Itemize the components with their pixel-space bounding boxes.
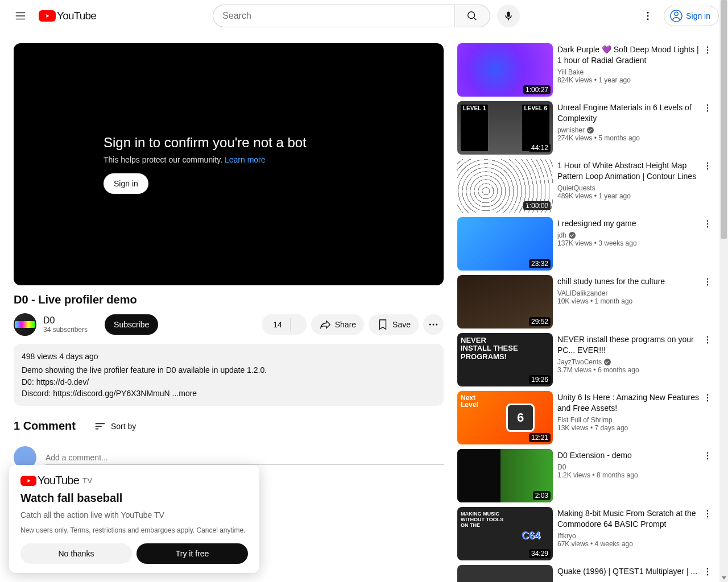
promo-fineprint: New users only. Terms, restrictions and …	[20, 526, 248, 534]
player-message-title: Sign in to confirm you're not a bot	[104, 135, 354, 151]
menu-icon[interactable]	[9, 5, 32, 27]
recommended-meta: Unreal Engine Materials in 6 Levels of C…	[557, 101, 714, 155]
recommended-channel[interactable]: JayzTwoCents	[557, 358, 701, 366]
recommended-thumbnail[interactable]	[457, 565, 553, 582]
svg-marker-48	[28, 479, 31, 483]
recommended-item[interactable]: 1:00:27Dark Purple 💜 Soft Deep Mood Ligh…	[457, 43, 714, 97]
try-it-free-button[interactable]: Try it free	[136, 543, 248, 564]
promo-title: Watch fall baseball	[20, 492, 248, 505]
recommended-item[interactable]: 29:52chill study tunes for the cultureVA…	[457, 275, 714, 329]
search-button[interactable]	[454, 5, 490, 27]
svg-point-26	[707, 168, 708, 169]
description-line: Demo showing the live profiler feature i…	[22, 364, 436, 376]
recommended-channel[interactable]: jdh	[557, 231, 701, 239]
recommended-more-button[interactable]	[701, 333, 714, 347]
recommended-item[interactable]: Quake (1996) | QTEST1 Multiplayer | ...	[457, 565, 714, 582]
like-button[interactable]: 14	[262, 314, 290, 335]
search-input[interactable]	[222, 11, 445, 21]
recommended-item[interactable]: NEVERINSTALL THESEPROGRAMS!19:26NEVER in…	[457, 333, 714, 386]
header-left: YouTube	[9, 5, 96, 27]
recommended-stats: 1.2K views • 8 months ago	[557, 471, 701, 479]
recommended-more-button[interactable]	[701, 565, 714, 579]
share-label: Share	[335, 320, 356, 329]
recommended-thumbnail[interactable]: LEVEL 1LEVEL 644:12	[457, 101, 553, 155]
voice-search-button[interactable]	[497, 5, 520, 27]
save-button[interactable]: Save	[369, 314, 419, 335]
signin-button[interactable]: Sign in	[664, 6, 719, 26]
recommended-more-button[interactable]	[701, 43, 714, 57]
recommended-more-button[interactable]	[701, 217, 714, 231]
recommended-item[interactable]: NextLevel612:21Unity 6 Is Here : Amazing…	[457, 391, 714, 444]
channel-name[interactable]: D0	[43, 315, 88, 326]
recommended-more-button[interactable]	[701, 159, 714, 173]
promo-actions: No thanks Try it free	[20, 543, 248, 564]
svg-point-7	[647, 12, 649, 14]
recommended-meta: Dark Purple 💜 Soft Deep Mood Lights | 1 …	[557, 43, 714, 97]
recommended-thumbnail[interactable]: 29:52	[457, 275, 553, 329]
svg-point-9	[647, 18, 649, 20]
recommended-channel[interactable]: Yill Bake	[557, 68, 701, 76]
search-wrap	[213, 5, 520, 27]
recommended-meta: Unity 6 Is Here : Amazing New Features a…	[557, 391, 714, 444]
recommended-thumbnail[interactable]: MAKING MUSICWITHOUT TOOLSON THEC6434:29	[457, 507, 553, 560]
sort-comments-button[interactable]: Sort by	[94, 420, 136, 433]
recommended-channel[interactable]: VALIDalikzander	[557, 289, 701, 297]
recommended-stats: 489K views • 1 year ago	[557, 192, 701, 200]
show-more-button[interactable]: ...more	[172, 389, 197, 398]
no-thanks-button[interactable]: No thanks	[20, 543, 132, 564]
subscribe-button[interactable]: Subscribe	[105, 314, 158, 335]
video-player[interactable]: Sign in to confirm you're not a bot This…	[14, 43, 444, 285]
verified-icon	[569, 232, 576, 239]
youtube-logo-icon	[39, 10, 56, 22]
recommended-stats: 3.7M views • 6 months ago	[557, 366, 701, 374]
comment-input[interactable]	[46, 451, 444, 465]
recommended-item[interactable]: LEVEL 1LEVEL 644:12Unreal Engine Materia…	[457, 101, 714, 155]
recommended-more-button[interactable]	[701, 391, 714, 405]
recommended-channel[interactable]: pwnisher	[557, 126, 701, 134]
header-right: Sign in	[636, 5, 719, 27]
comments-header: 1 Comment Sort by	[14, 419, 444, 433]
recommended-channel[interactable]: QuietQuests	[557, 184, 701, 192]
recommended-stats: 10K views • 1 month ago	[557, 297, 701, 305]
settings-button[interactable]	[636, 5, 659, 27]
recommended-more-button[interactable]	[701, 507, 714, 521]
recommended-thumbnail[interactable]: 1:00:27	[457, 43, 553, 97]
recommended-channel[interactable]: D0	[557, 463, 701, 471]
recommended-meta: Making 8-bit Music From Scratch at the C…	[557, 507, 714, 560]
recommended-item[interactable]: 23:32I redesigned my gamejdh137K views •…	[457, 217, 714, 271]
share-button[interactable]: Share	[311, 314, 364, 335]
recommended-item[interactable]: 1:00:001 Hour of White Abstract Height M…	[457, 159, 714, 213]
recommended-channel[interactable]: Fist Full of Shrimp	[557, 416, 701, 424]
recommended-stats: 137K views • 3 weeks ago	[557, 239, 701, 247]
svg-point-37	[707, 397, 708, 398]
youtube-logo[interactable]: YouTube	[39, 10, 96, 22]
recommended-thumbnail[interactable]: NextLevel612:21	[457, 391, 553, 444]
microphone-icon	[503, 10, 514, 22]
player-signin-button[interactable]: Sign in	[104, 173, 148, 194]
youtube-tv-promo: YouTubeTV Watch fall baseball Catch all …	[9, 465, 259, 573]
recommended-thumbnail[interactable]: 2:03	[457, 449, 553, 502]
learn-more-link[interactable]: Learn more	[225, 155, 266, 164]
more-actions-button[interactable]	[423, 314, 444, 335]
svg-point-25	[707, 165, 708, 167]
video-description[interactable]: 498 views 4 days ago Demo showing the li…	[14, 344, 444, 406]
scroll-down-icon[interactable]	[719, 573, 728, 582]
scrollbar[interactable]	[719, 0, 728, 582]
search-box[interactable]	[213, 5, 454, 27]
player-message-subtitle-text: This helps protect our community.	[104, 155, 225, 164]
recommended-thumbnail[interactable]: 23:32	[457, 217, 553, 271]
recommended-item[interactable]: MAKING MUSICWITHOUT TOOLSON THEC6434:29M…	[457, 507, 714, 560]
duration-badge: 1:00:00	[523, 201, 551, 210]
dislike-button[interactable]	[291, 314, 307, 335]
recommended-item[interactable]: 2:03D0 Extension - demoD01.2K views • 8 …	[457, 449, 714, 502]
recommended-more-button[interactable]	[701, 101, 714, 115]
svg-point-27	[707, 221, 708, 222]
recommended-more-button[interactable]	[701, 275, 714, 289]
recommended-thumbnail[interactable]: NEVERINSTALL THESEPROGRAMS!19:26	[457, 333, 553, 386]
svg-point-45	[707, 568, 708, 569]
scrollbar-thumb[interactable]	[721, 0, 727, 239]
recommended-channel[interactable]: Iftkryo	[557, 532, 701, 540]
recommended-thumbnail[interactable]: 1:00:00	[457, 159, 553, 213]
channel-avatar[interactable]	[14, 313, 36, 336]
recommended-more-button[interactable]	[701, 449, 714, 463]
